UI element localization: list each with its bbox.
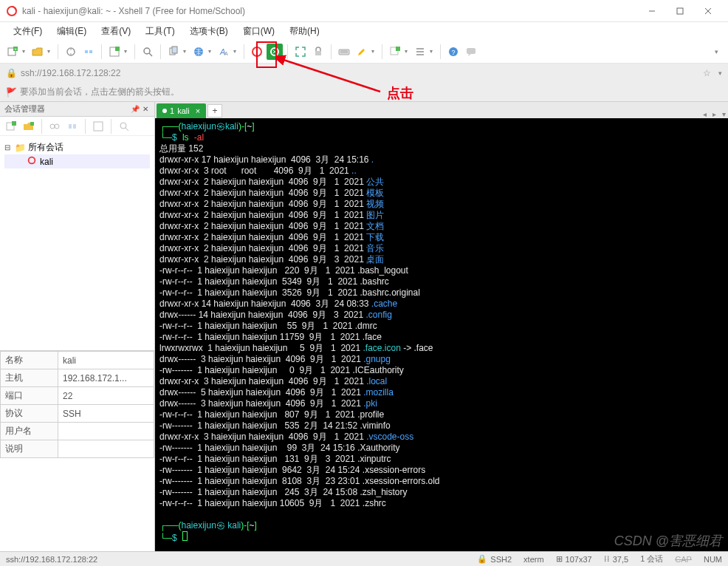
panel-title: 会话管理器 📌 ✕ — [0, 102, 154, 117]
svg-text:+: + — [14, 47, 17, 51]
svg-rect-16 — [172, 47, 177, 53]
menu-tabs[interactable]: 选项卡(B) — [184, 24, 234, 39]
svg-rect-40 — [69, 124, 72, 129]
dropdown-icon[interactable]: ▾ — [22, 48, 28, 55]
separator — [382, 44, 382, 59]
status-address: ssh://192.168.172.128:22 — [6, 555, 97, 564]
menu-tools[interactable]: 工具(T) — [140, 24, 180, 39]
dropdown-icon[interactable]: ▾ — [371, 48, 377, 55]
separator — [41, 119, 42, 134]
add-tab-button[interactable]: + — [207, 104, 222, 117]
chat-icon[interactable] — [463, 44, 479, 60]
prop-row: 端口22 — [1, 387, 154, 405]
separator — [440, 44, 441, 59]
lock-icon[interactable] — [310, 44, 326, 60]
tab-menu-icon[interactable]: ▾ — [720, 110, 728, 118]
dropdown-icon[interactable]: ▾ — [183, 48, 189, 55]
tab-active[interactable]: 1 kali × — [157, 103, 206, 118]
separator — [331, 44, 332, 59]
search-icon[interactable] — [116, 118, 132, 134]
svg-point-38 — [50, 124, 55, 129]
tab-next-icon[interactable]: ▸ — [710, 110, 718, 118]
open-icon[interactable] — [30, 44, 46, 60]
dropdown-icon[interactable]: ▾ — [208, 48, 214, 55]
toolbar-overflow-icon[interactable]: ▾ — [715, 48, 724, 55]
toolbar: +▾ ▾ ▾ ▾ ▾ AA▾ ▾ ▾ ▾ ? ▾ — [0, 40, 728, 64]
hint-bar: 🚩 要添加当前会话，点击左侧的箭头按钮。 — [0, 83, 728, 102]
edit-icon[interactable] — [90, 118, 106, 134]
menu-window[interactable]: 窗口(W) — [237, 24, 281, 39]
keyboard-icon[interactable] — [336, 44, 352, 60]
folder-icon: 📁 — [15, 143, 25, 153]
copy-icon[interactable] — [165, 44, 182, 60]
properties-icon[interactable] — [106, 44, 123, 60]
prop-value: SSH — [58, 405, 154, 423]
collapse-icon[interactable]: ⊟ — [4, 143, 12, 151]
minimize-button[interactable] — [638, 1, 666, 21]
menu-file[interactable]: 文件(F) — [7, 24, 48, 39]
new-session-icon[interactable]: + — [4, 44, 21, 60]
main-area: 会话管理器 📌 ✕ ⊟ 📁 所有会话 kali — [0, 102, 728, 551]
panel-close-icon[interactable]: ✕ — [141, 105, 150, 113]
svg-point-13 — [144, 48, 150, 54]
dropdown-icon[interactable]: ▾ — [430, 48, 436, 55]
status-sessions: 1 会话 — [640, 553, 663, 565]
reconnect-icon[interactable] — [63, 44, 79, 60]
prop-key: 用户名 — [1, 423, 58, 440]
disconnect-icon[interactable] — [80, 44, 97, 60]
list-icon[interactable] — [412, 44, 428, 60]
status-num: NUM — [704, 555, 722, 564]
highlight-icon[interactable] — [354, 44, 370, 60]
dropdown-icon[interactable]: ▾ — [405, 48, 411, 55]
add-icon[interactable] — [387, 44, 403, 60]
maximize-button[interactable] — [666, 1, 694, 21]
app-icon — [6, 5, 18, 17]
help-icon[interactable]: ? — [445, 44, 461, 60]
svg-text:?: ? — [451, 49, 455, 56]
font-icon[interactable]: AA — [216, 44, 232, 60]
tree-session-item[interactable]: kali — [4, 154, 150, 168]
session-tree: ⊟ 📁 所有会话 kali — [0, 136, 154, 350]
svg-rect-42 — [94, 122, 103, 131]
search-icon[interactable] — [140, 44, 156, 60]
prop-value: kali — [58, 352, 154, 369]
dropdown-icon[interactable]: ▾ — [47, 48, 53, 55]
svg-rect-37 — [30, 122, 34, 126]
prop-key: 主机 — [1, 369, 58, 387]
link-icon[interactable] — [47, 118, 63, 134]
panel-title-text: 会话管理器 — [4, 103, 45, 115]
svg-text:A: A — [224, 51, 228, 56]
new-icon[interactable] — [3, 118, 19, 134]
svg-rect-12 — [115, 47, 120, 51]
pin-icon[interactable]: 📌 — [129, 105, 141, 113]
dropdown-icon[interactable]: ▾ — [124, 48, 130, 55]
dropdown-icon[interactable]: ▾ — [233, 48, 239, 55]
tab-status-dot — [162, 109, 167, 113]
address-input[interactable] — [21, 68, 696, 78]
fullscreen-icon[interactable] — [292, 44, 309, 60]
cursor-pos-icon: ⁞⁞ — [604, 554, 610, 564]
svg-rect-41 — [73, 124, 76, 129]
prop-row: 用户名 — [1, 423, 154, 440]
tree-root[interactable]: ⊟ 📁 所有会话 — [4, 140, 150, 154]
address-overflow-icon[interactable]: ▾ — [718, 69, 722, 77]
svg-line-44 — [126, 128, 128, 131]
separator — [111, 119, 111, 134]
globe-icon[interactable] — [190, 44, 207, 60]
right-pane: 1 kali × + ◂ ▸ ▾ ┌──(haiexijun㉿kali)-[~]… — [155, 102, 728, 551]
tree-session-label: kali — [40, 157, 53, 167]
grid-icon: ⊞ — [556, 554, 563, 564]
bookmark-icon[interactable]: ☆ — [700, 68, 714, 78]
menu-view[interactable]: 查看(V) — [95, 24, 137, 39]
titlebar: kali - haiexijun@kali: ~ - Xshell 7 (Fre… — [0, 0, 728, 22]
new-folder-icon[interactable] — [21, 118, 37, 134]
tab-close-icon[interactable]: × — [196, 106, 200, 115]
tab-prev-icon[interactable]: ◂ — [701, 110, 709, 118]
cut-icon[interactable] — [64, 118, 80, 134]
close-button[interactable] — [694, 1, 722, 21]
xftp-icon[interactable] — [267, 44, 283, 60]
menu-edit[interactable]: 编辑(E) — [51, 24, 92, 39]
terminal-output[interactable]: ┌──(haiexijun㉿kali)-[~] └─$ ls -al 总用量 1… — [155, 118, 728, 551]
menu-help[interactable]: 帮助(H) — [284, 24, 326, 39]
xshell-icon[interactable] — [249, 44, 265, 60]
